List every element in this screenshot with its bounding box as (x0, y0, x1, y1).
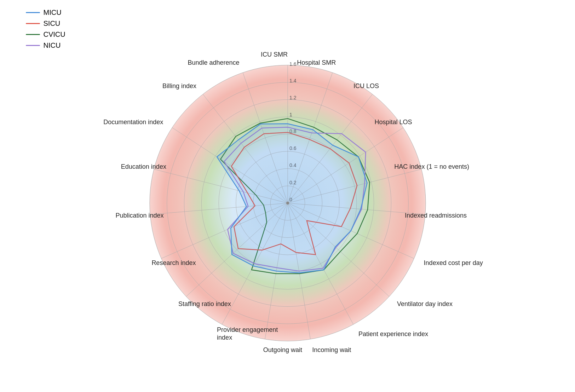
radial-label-12: 1.2 (289, 95, 297, 100)
chart-container: MICU SICU CVICU NICU (22, 5, 553, 387)
svg-text:ICU LOS: ICU LOS (353, 82, 379, 90)
svg-text:Indexed cost per day: Indexed cost per day (424, 259, 483, 266)
svg-text:Indexed readmissions: Indexed readmissions (405, 212, 467, 219)
svg-text:Billing index: Billing index (162, 82, 196, 90)
svg-text:Incoming wait: Incoming wait (312, 346, 351, 353)
svg-text:Staffing ratio index: Staffing ratio index (178, 300, 231, 307)
radial-label-14: 1.4 (289, 78, 297, 83)
svg-text:Hospital SMR: Hospital SMR (297, 59, 336, 66)
radial-label-1: 1 (289, 112, 292, 117)
svg-text:Patient experience index: Patient experience index (358, 330, 428, 338)
svg-text:Education index: Education index (121, 163, 166, 170)
radar-chart-svg: 0 0.2 0.4 0.6 0.8 1 1.2 1.4 1.6 ICU SMRH… (22, 5, 553, 387)
radial-label-16: 1.6 (289, 61, 297, 67)
svg-text:Publication index: Publication index (115, 212, 163, 219)
svg-text:ICU SMR: ICU SMR (261, 51, 288, 58)
svg-point-38 (286, 202, 289, 204)
svg-text:Documentation index: Documentation index (103, 119, 163, 126)
svg-text:Hospital LOS: Hospital LOS (374, 119, 412, 126)
svg-text:Ventilator day index: Ventilator day index (397, 300, 453, 307)
svg-text:Bundle adherence: Bundle adherence (188, 59, 239, 66)
svg-text:Research index: Research index (151, 259, 196, 266)
svg-text:Outgoing wait: Outgoing wait (263, 346, 302, 353)
svg-text:HAC index (1 = no events): HAC index (1 = no events) (394, 163, 469, 170)
